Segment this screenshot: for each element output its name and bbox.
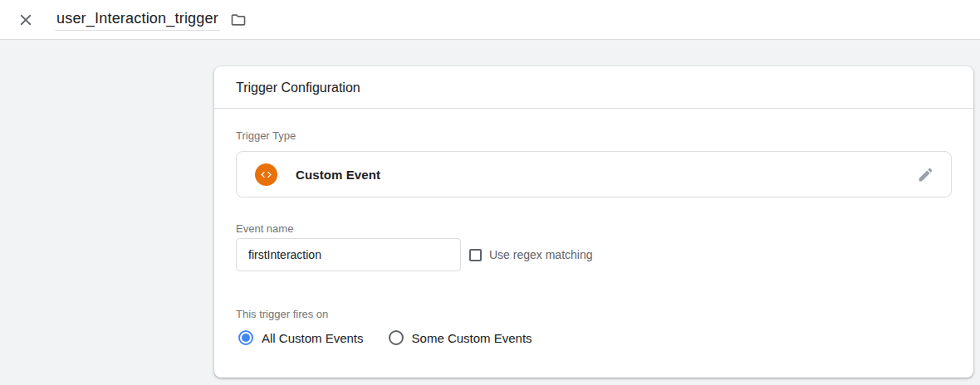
trigger-name-field[interactable]: user_Interaction_trigger [55, 8, 220, 31]
fires-on-section: This trigger fires on All Custom Events … [236, 308, 952, 345]
event-name-label: Event name [236, 222, 952, 235]
radio-label-some-custom-events: Some Custom Events [412, 331, 532, 345]
card-title: Trigger Configuration [236, 80, 360, 95]
code-brackets-icon [260, 168, 272, 181]
radio-selected-icon [238, 330, 253, 345]
card-header: Trigger Configuration [214, 66, 973, 109]
use-regex-label: Use regex matching [489, 248, 593, 261]
fires-on-options: All Custom Events Some Custom Events [236, 330, 952, 345]
event-name-section: Event name Use regex matching [236, 222, 952, 271]
trigger-type-value: Custom Event [296, 168, 380, 182]
use-regex-checkbox[interactable] [469, 249, 482, 261]
workspace-background: Trigger Configuration Trigger Type Custo… [0, 40, 980, 384]
trigger-type-label: Trigger Type [236, 129, 952, 142]
edit-trigger-type-button[interactable] [917, 166, 934, 183]
custom-event-badge [255, 163, 277, 186]
close-button[interactable] [17, 11, 35, 29]
event-name-input[interactable] [236, 238, 461, 271]
trigger-type-selector[interactable]: Custom Event [236, 151, 952, 197]
close-icon [17, 11, 35, 29]
pencil-icon [917, 166, 934, 183]
radio-option-some-custom-events[interactable]: Some Custom Events [386, 330, 532, 345]
card-body: Trigger Type Custom Event Event name [214, 109, 973, 345]
radio-label-all-custom-events: All Custom Events [262, 331, 364, 345]
trigger-configuration-card: Trigger Configuration Trigger Type Custo… [214, 66, 973, 378]
folder-button[interactable] [230, 12, 247, 28]
top-bar: user_Interaction_trigger [0, 0, 980, 40]
radio-option-all-custom-events[interactable]: All Custom Events [236, 330, 364, 345]
folder-icon [230, 12, 247, 28]
trigger-name-text: user_Interaction_trigger [56, 10, 218, 27]
event-name-row: Use regex matching [236, 238, 952, 271]
radio-unselected-icon [389, 330, 404, 345]
fires-on-label: This trigger fires on [236, 308, 952, 320]
